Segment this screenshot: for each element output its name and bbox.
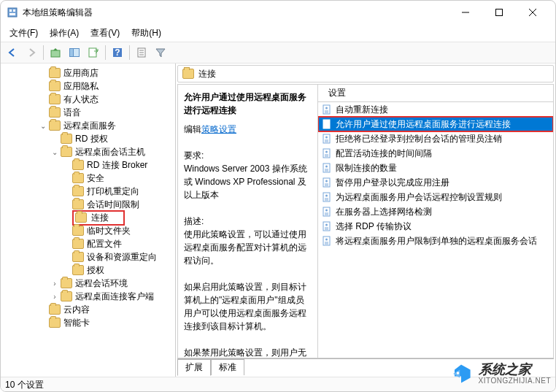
tab-standard[interactable]: 标准 [211, 359, 244, 375]
tree-item-label: 设备和资源重定向 [85, 251, 158, 264]
menu-bar: 文件(F) 操作(A) 查看(V) 帮助(H) [1, 24, 555, 42]
tree-item[interactable]: ⌄远程桌面会话主机 [4, 145, 175, 158]
tree-item[interactable]: 有人状态 [4, 93, 175, 106]
description-label: 描述: [184, 215, 312, 228]
watermark: 系统之家 XITONGZHIJIA.NET [448, 361, 552, 387]
tree-item[interactable]: 打印机重定向 [4, 185, 175, 198]
svg-point-58 [456, 372, 459, 374]
column-setting[interactable]: 设置 [324, 87, 350, 99]
tree-item[interactable]: 临时文件夹 [4, 224, 175, 237]
policy-icon [321, 147, 333, 159]
policy-icon [321, 118, 333, 130]
tree-item-label: 远程桌面服务 [62, 120, 117, 132]
setting-item[interactable]: 暂停用户登录以完成应用注册 [318, 175, 553, 190]
edit-label: 编辑 [184, 124, 201, 134]
title-bar: 本地组策略编辑器 [1, 1, 555, 24]
folder-icon [75, 212, 87, 223]
settings-list[interactable]: 设置 自动重新连接允许用户通过使用远程桌面服务进行远程连接拒绝将已经登录到控制台… [318, 85, 553, 358]
close-button[interactable] [516, 1, 549, 24]
back-button[interactable] [4, 44, 21, 61]
tree-item[interactable]: ›远程桌面连接客户端 [4, 290, 175, 303]
setting-label: 为远程桌面服务用户会话远程控制设置规则 [336, 191, 502, 204]
tree-item[interactable]: 应用隐私 [4, 80, 175, 93]
maximize-button[interactable] [482, 1, 516, 24]
export-list-button[interactable] [85, 44, 102, 61]
setting-item[interactable]: 将远程桌面服务用户限制到单独的远程桌面服务会话 [318, 234, 553, 248]
folder-icon [72, 173, 84, 183]
show-hide-tree-button[interactable] [66, 44, 83, 61]
description-text-2: 如果启用此策略设置，则目标计算机上的"远程桌面用户"组成员用户可以使用远程桌面服… [184, 280, 312, 333]
tree-item[interactable]: 云内容 [4, 303, 175, 316]
collapse-icon[interactable]: ⌄ [39, 122, 47, 130]
tree-item-label: RD 授权 [74, 133, 109, 145]
tab-extended[interactable]: 扩展 [177, 359, 211, 376]
policy-icon [321, 206, 333, 218]
toolbar-separator [43, 45, 44, 60]
toolbar-separator [105, 45, 106, 60]
menu-action[interactable]: 操作(A) [45, 26, 83, 41]
svg-rect-2 [13, 9, 15, 12]
tree-pane[interactable]: 应用商店应用隐私有人状态语音⌄远程桌面服务RD 授权⌄远程桌面会话主机RD 连接… [1, 64, 176, 377]
tree-item[interactable]: 应用商店 [4, 66, 175, 80]
filter-button[interactable] [152, 44, 169, 61]
tree-item[interactable]: ›远程会话环境 [4, 277, 175, 290]
menu-file[interactable]: 文件(F) [5, 26, 42, 41]
setting-item[interactable]: 选择 RDP 传输协议 [318, 219, 553, 234]
svg-rect-8 [51, 50, 60, 57]
properties-button[interactable] [133, 44, 150, 61]
tree-item[interactable]: 智能卡 [4, 316, 175, 329]
tree-item[interactable]: 会话时间限制 [4, 198, 175, 211]
setting-item[interactable]: 在服务器上选择网络检测 [318, 204, 553, 219]
tree-item[interactable]: 授权 [4, 264, 175, 277]
minimize-button[interactable] [449, 1, 482, 24]
setting-item[interactable]: 配置活动连接的时间间隔 [318, 146, 553, 161]
setting-item[interactable]: 允许用户通过使用远程桌面服务进行远程连接 [318, 117, 553, 131]
policy-icon [321, 104, 333, 115]
tree-item[interactable]: ⌄远程桌面服务 [4, 119, 175, 132]
content-area: 应用商店应用隐私有人状态语音⌄远程桌面服务RD 授权⌄远程桌面会话主机RD 连接… [1, 64, 555, 377]
policy-icon [321, 162, 333, 174]
tree-item[interactable]: 安全 [4, 172, 175, 185]
description-pane: 允许用户通过使用远程桌面服务进行远程连接 编辑策略设置 要求: Windows … [178, 85, 318, 358]
tree-item-label: 会话时间限制 [85, 199, 141, 211]
tree-item-label: 远程桌面会话主机 [74, 146, 147, 158]
folder-icon [72, 199, 84, 210]
tree-item[interactable]: RD 连接 Broker [4, 158, 175, 172]
tree-item-selected[interactable]: 连接 [72, 210, 125, 226]
tree-item[interactable]: 连接 [4, 211, 175, 224]
list-header[interactable]: 设置 [318, 85, 553, 102]
menu-help[interactable]: 帮助(H) [127, 26, 166, 41]
svg-point-51 [325, 224, 328, 226]
setting-item[interactable]: 拒绝将已经登录到控制台会话的管理员注销 [318, 131, 553, 146]
edit-policy-link[interactable]: 策略设置 [201, 124, 236, 134]
svg-point-39 [325, 180, 328, 182]
location-label: 连接 [198, 68, 216, 80]
policy-icon [321, 235, 333, 247]
folder-icon [49, 81, 61, 91]
help-button[interactable]: ? [109, 44, 126, 61]
description-text-1: 使用此策略设置，可以通过使用远程桌面服务配置对计算机的远程访问。 [184, 228, 312, 267]
tree-item-label: 配置文件 [85, 238, 123, 250]
tree-item[interactable]: 语音 [4, 106, 175, 119]
forward-button[interactable] [23, 44, 40, 61]
policy-icon [321, 220, 333, 232]
tree-item-label: 有人状态 [62, 93, 100, 106]
collapse-icon[interactable]: ⌄ [50, 148, 59, 156]
setting-item[interactable]: 自动重新连接 [318, 102, 553, 117]
expand-icon[interactable]: › [50, 293, 59, 301]
folder-icon [49, 68, 61, 78]
tree-item-label: 智能卡 [62, 317, 91, 329]
svg-point-43 [325, 195, 328, 197]
up-button[interactable] [47, 44, 64, 61]
tree-item[interactable]: 配置文件 [4, 237, 175, 250]
menu-view[interactable]: 查看(V) [86, 26, 124, 41]
status-text: 10 个设置 [5, 379, 44, 391]
setting-item[interactable]: 限制连接的数量 [318, 161, 553, 175]
folder-icon [61, 291, 72, 301]
setting-item[interactable]: 为远程桌面服务用户会话远程控制设置规则 [318, 190, 553, 204]
expand-icon[interactable]: › [50, 280, 59, 288]
watermark-title: 系统之家 [479, 363, 552, 377]
tree-item[interactable]: RD 授权 [4, 132, 175, 145]
svg-rect-5 [496, 9, 503, 16]
tree-item[interactable]: 设备和资源重定向 [4, 250, 175, 264]
